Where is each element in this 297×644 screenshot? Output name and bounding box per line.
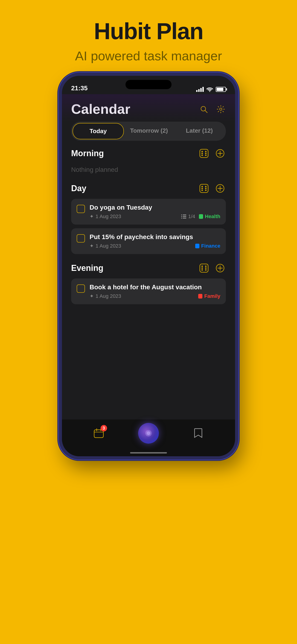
list-icon [181, 214, 186, 218]
task-checkbox[interactable] [77, 284, 85, 293]
task-item[interactable]: Do yoga on Tuesday ✦ 1 Aug 2023 [71, 199, 226, 224]
task-right-meta: Finance [195, 243, 220, 249]
tab-today[interactable]: Today [72, 123, 124, 139]
section-morning: Morning [62, 148, 235, 183]
wifi-icon [206, 87, 213, 92]
task-content: Put 15% of paycheck into savings ✦ 1 Aug… [90, 233, 220, 249]
section-day: Day [62, 183, 235, 262]
svg-rect-27 [181, 218, 182, 218]
svg-point-6 [202, 154, 203, 156]
task-checkbox[interactable] [77, 205, 85, 213]
day-add-button[interactable] [214, 183, 226, 194]
tag-label: Health [205, 214, 220, 220]
task-content: Do yoga on Tuesday ✦ 1 Aug 2023 [90, 204, 220, 220]
page-header: Hubit Plan AI powered task manager [59, 18, 238, 63]
tab-later[interactable]: Later (12) [174, 123, 224, 139]
svg-point-17 [205, 190, 206, 191]
task-content: Book a hotel for the August vacation ✦ 1… [90, 284, 220, 299]
dice-icon [200, 149, 208, 158]
svg-rect-23 [181, 214, 182, 215]
home-indicator [130, 452, 167, 454]
task-title: Put 15% of paycheck into savings [90, 233, 220, 241]
page-subtitle: AI powered task manager [59, 48, 238, 63]
settings-icon [217, 105, 225, 113]
nav-ai-button[interactable] [138, 423, 159, 444]
task-progress-text: 1/4 [188, 214, 195, 220]
task-right-meta: Family [198, 293, 220, 299]
tab-tomorrow[interactable]: Tomorrow (2) [124, 123, 174, 139]
ai-button[interactable] [138, 423, 159, 444]
nav-calendar[interactable]: 3 [92, 427, 105, 440]
task-checkbox[interactable] [77, 234, 85, 242]
svg-rect-29 [200, 264, 208, 272]
settings-button[interactable] [216, 104, 226, 114]
evening-add-icon [216, 264, 225, 273]
task-item[interactable]: Book a hotel for the August vacation ✦ 1… [71, 278, 226, 304]
svg-point-15 [205, 186, 206, 187]
tag-dot [195, 244, 200, 248]
battery-icon [216, 87, 226, 92]
evening-dice-button[interactable] [198, 262, 210, 274]
svg-rect-26 [183, 216, 186, 217]
tabs-container: Today Tomorrow (2) Later (12) [71, 122, 226, 141]
svg-point-0 [201, 106, 206, 111]
morning-dice-button[interactable] [198, 148, 210, 159]
day-dice-button[interactable] [198, 183, 210, 194]
svg-point-8 [202, 153, 203, 154]
day-add-icon [216, 184, 225, 193]
tag-dot [199, 214, 203, 219]
svg-point-18 [202, 188, 203, 189]
add-icon [216, 149, 225, 158]
morning-add-button[interactable] [214, 148, 226, 159]
task-meta: ✦ 1 Aug 2023 Finance [90, 243, 220, 249]
task-tag: Finance [195, 243, 220, 249]
tag-label: Finance [201, 243, 220, 249]
calendar-badge: 3 [100, 425, 107, 432]
svg-point-5 [205, 151, 206, 152]
svg-point-4 [202, 151, 203, 152]
tag-label: Family [204, 293, 220, 299]
morning-empty-text: Nothing planned [71, 164, 226, 178]
sun-icon: ✦ [90, 214, 94, 220]
app-title: Calendar [71, 101, 130, 117]
evening-header: Evening [71, 262, 226, 274]
task-tag: Health [199, 214, 220, 220]
status-time: 21:35 [71, 84, 88, 92]
task-date: ✦ 1 Aug 2023 [90, 243, 121, 249]
page-title: Hubit Plan [59, 18, 238, 44]
morning-title: Morning [71, 148, 104, 158]
svg-point-33 [205, 269, 206, 271]
svg-rect-28 [183, 218, 186, 218]
bottom-nav: 3 [62, 420, 235, 456]
svg-point-35 [205, 268, 206, 269]
day-title: Day [71, 184, 86, 193]
svg-point-14 [202, 186, 203, 187]
svg-point-9 [205, 153, 206, 154]
evening-add-button[interactable] [214, 262, 226, 274]
svg-point-2 [220, 108, 222, 110]
task-item[interactable]: Put 15% of paycheck into savings ✦ 1 Aug… [71, 228, 226, 254]
task-date: ✦ 1 Aug 2023 [90, 214, 121, 220]
status-icons [196, 87, 226, 92]
morning-actions [198, 148, 226, 159]
search-button[interactable] [199, 104, 209, 114]
sun-icon: ✦ [90, 293, 94, 299]
sun-icon: ✦ [90, 243, 94, 249]
svg-rect-39 [94, 430, 103, 438]
app-screen: Calendar [62, 94, 235, 456]
task-meta: ✦ 1 Aug 2023 Family [90, 293, 220, 299]
task-title: Do yoga on Tuesday [90, 204, 220, 211]
ai-icon [144, 428, 154, 438]
morning-header: Morning [71, 148, 226, 159]
section-evening: Evening [62, 262, 235, 312]
svg-point-19 [205, 188, 206, 189]
svg-point-16 [202, 190, 203, 191]
header-icons [199, 104, 226, 114]
evening-dice-icon [200, 264, 208, 273]
day-actions [198, 183, 226, 194]
task-right-meta: 1/4 Health [181, 214, 220, 220]
svg-line-1 [205, 110, 207, 113]
svg-point-34 [202, 268, 203, 269]
task-date-text: 1 Aug 2023 [96, 243, 121, 249]
nav-bookmarks[interactable] [192, 427, 205, 440]
